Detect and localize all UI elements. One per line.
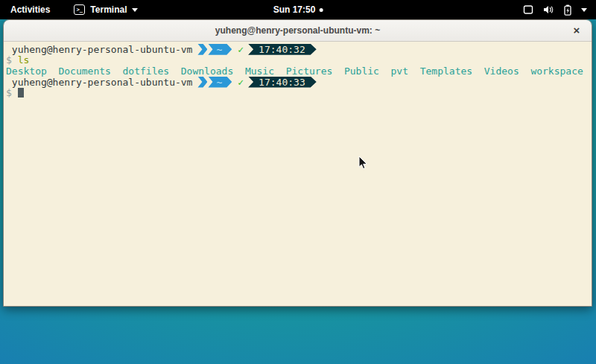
directory-name: pvt — [391, 66, 408, 77]
prompt-line: yuheng@henry-personal-ubuntu-vm ~ ✓ 17:4… — [6, 77, 590, 88]
directory-name: Downloads — [181, 66, 233, 77]
directory-name: Videos — [484, 66, 519, 77]
desktop: Activities >_ Terminal Sun 17:50 — [0, 0, 596, 364]
powerline-chevron-icon — [197, 44, 207, 55]
command-line: $ ls — [6, 55, 590, 66]
terminal-window: yuheng@henry-personal-ubuntu-vm: ~ × yuh… — [3, 19, 592, 307]
prompt-path-segment: ~ — [208, 44, 232, 55]
gnome-top-bar: Activities >_ Terminal Sun 17:50 — [0, 0, 596, 19]
battery-charging-icon — [563, 4, 572, 16]
window-titlebar[interactable]: yuheng@henry-personal-ubuntu-vm: ~ × — [4, 20, 592, 42]
prompt-symbol: $ — [6, 87, 12, 98]
notification-dot — [319, 8, 323, 12]
mouse-pointer-icon — [358, 156, 369, 170]
clock-button[interactable]: Sun 17:50 — [270, 3, 326, 16]
terminal-content[interactable]: yuheng@henry-personal-ubuntu-vm ~ ✓ 17:4… — [4, 42, 592, 306]
prompt-symbol: $ — [6, 54, 12, 66]
prompt-user-host: yuheng@henry-personal-ubuntu-vm — [6, 44, 192, 55]
clock-label: Sun 17:50 — [273, 4, 316, 15]
directory-name: Music — [245, 66, 274, 77]
input-line: $ — [6, 87, 590, 98]
app-menu-label: Terminal — [90, 4, 127, 15]
powerline-chevron-icon — [197, 77, 207, 88]
directory-name: Desktop — [6, 66, 47, 77]
typed-command: ls — [18, 54, 30, 66]
terminal-app-icon: >_ — [74, 4, 85, 15]
system-status-menu[interactable] — [520, 0, 590, 19]
close-button[interactable]: × — [570, 24, 583, 37]
prompt-time-segment: 17:40:33 — [248, 77, 317, 88]
text-cursor-block — [18, 88, 24, 98]
directory-name: workspace — [530, 66, 583, 77]
chevron-down-icon — [132, 8, 138, 12]
volume-icon — [542, 4, 554, 15]
directory-name: Templates — [420, 66, 472, 77]
prompt-user-host: yuheng@henry-personal-ubuntu-vm — [6, 77, 192, 88]
status-check-icon: ✓ — [238, 77, 244, 88]
directory-name: Documents — [58, 66, 110, 77]
prompt-line: yuheng@henry-personal-ubuntu-vm ~ ✓ 17:4… — [6, 44, 590, 55]
directory-name: Public — [344, 66, 379, 77]
status-check-icon: ✓ — [238, 44, 244, 55]
directory-name: Pictures — [286, 66, 333, 77]
directory-name: dotfiles — [123, 66, 170, 77]
activities-button[interactable]: Activities — [6, 3, 54, 16]
chevron-down-icon — [581, 8, 587, 12]
prompt-path-segment: ~ — [208, 77, 232, 88]
ls-output-line: Desktop Documents dotfiles Downloads Mus… — [6, 66, 590, 77]
display-icon — [523, 4, 533, 15]
prompt-time-segment: 17:40:32 — [248, 44, 317, 55]
app-menu-terminal[interactable]: >_ Terminal — [74, 4, 138, 15]
window-title: yuheng@henry-personal-ubuntu-vm: ~ — [215, 25, 380, 36]
